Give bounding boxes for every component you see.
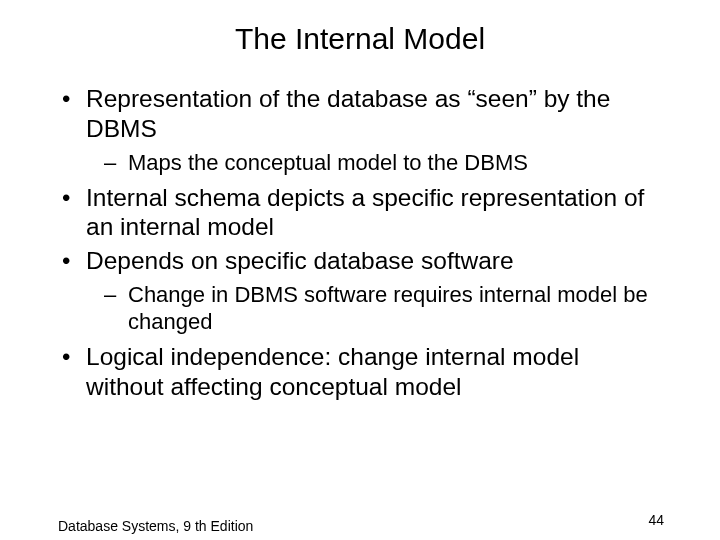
bullet-item: Internal schema depicts a specific repre… — [58, 183, 662, 243]
sub-bullet-text: Change in DBMS software requires interna… — [128, 282, 648, 334]
bullet-item: Depends on specific database software Ch… — [58, 246, 662, 336]
sub-bullet-list: Change in DBMS software requires interna… — [86, 282, 662, 336]
slide: The Internal Model Representation of the… — [0, 22, 720, 540]
sub-bullet-item: Change in DBMS software requires interna… — [104, 282, 662, 336]
bullet-item: Logical independence: change internal mo… — [58, 342, 662, 402]
sub-bullet-list: Maps the conceptual model to the DBMS — [86, 150, 662, 177]
slide-title: The Internal Model — [0, 22, 720, 56]
sub-bullet-text: Maps the conceptual model to the DBMS — [128, 150, 528, 175]
page-number: 44 — [648, 512, 664, 528]
bullet-text: Logical independence: change internal mo… — [86, 343, 579, 400]
bullet-item: Representation of the database as “seen”… — [58, 84, 662, 177]
footer-source: Database Systems, 9 th Edition — [58, 518, 253, 534]
sub-bullet-item: Maps the conceptual model to the DBMS — [104, 150, 662, 177]
bullet-text: Depends on specific database software — [86, 247, 514, 274]
bullet-list: Representation of the database as “seen”… — [58, 84, 662, 402]
slide-body: Representation of the database as “seen”… — [0, 84, 720, 402]
bullet-text: Internal schema depicts a specific repre… — [86, 184, 644, 241]
bullet-text: Representation of the database as “seen”… — [86, 85, 610, 142]
